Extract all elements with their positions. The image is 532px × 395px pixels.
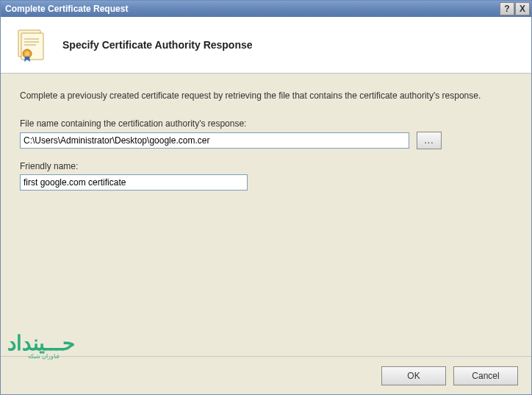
description-text: Complete a previously created certificat… (20, 90, 512, 102)
content-area: Complete a previously created certificat… (1, 74, 531, 356)
browse-button[interactable]: ... (417, 132, 442, 149)
certificate-icon (14, 27, 49, 63)
file-path-input[interactable] (20, 132, 409, 149)
help-button[interactable]: ? (500, 2, 514, 15)
help-icon: ? (504, 4, 509, 14)
browse-button-label: ... (424, 135, 434, 146)
page-title: Specify Certificate Authority Response (62, 39, 253, 51)
file-field-label: File name containing the certification a… (20, 118, 512, 129)
friendly-name-input[interactable] (20, 174, 248, 191)
svg-point-6 (25, 51, 29, 56)
titlebar-buttons: ? X (499, 2, 530, 15)
cancel-button[interactable]: Cancel (453, 366, 518, 385)
close-icon: X (520, 4, 525, 14)
header-section: Specify Certificate Authority Response (1, 17, 531, 74)
titlebar: Complete Certificate Request ? X (1, 1, 531, 17)
window-title: Complete Certificate Request (5, 4, 499, 14)
ok-button[interactable]: OK (381, 366, 446, 385)
close-button[interactable]: X (515, 2, 530, 15)
dialog-footer: OK Cancel (1, 356, 531, 394)
file-field-row: ... (20, 132, 512, 149)
friendly-name-row (20, 174, 512, 191)
dialog-window: Complete Certificate Request ? X Specif (0, 0, 532, 395)
friendly-name-label: Friendly name: (20, 161, 512, 171)
